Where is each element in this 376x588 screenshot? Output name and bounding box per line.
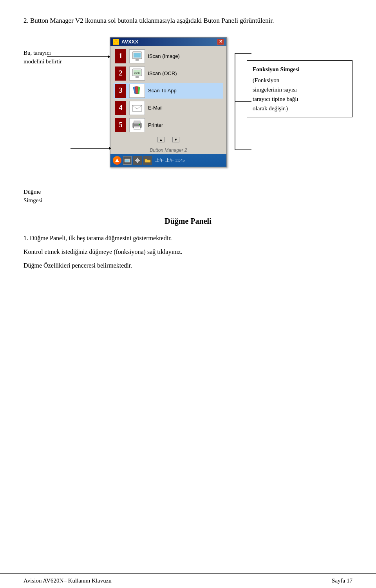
bm-title-text: AVXXX (121, 39, 138, 45)
body-para-2: Kontrol etmek istediğiniz düğmeye (fonks… (24, 246, 352, 257)
footer-left: Avision AV620N– Kullanım Klavuzu (24, 577, 112, 584)
scroll-down-icon[interactable]: ▼ (172, 137, 179, 142)
left-col: Bu, tarayıcı modelini belirtir Düğme Sim… (24, 37, 110, 205)
taskbar-gear-icon (133, 156, 142, 165)
footer-right: Sayfa 17 (332, 577, 352, 584)
bm-panel: AVXXX ✕ 1 (110, 37, 227, 167)
svg-marker-2 (114, 40, 118, 44)
svg-rect-9 (136, 76, 139, 78)
svg-rect-4 (134, 53, 141, 58)
right-annotation-col: Fonksiyon Simgesi (Fonksiyon simgelerini… (235, 37, 352, 117)
bm-button-row-5: 5 Printer (114, 117, 223, 133)
svg-marker-33 (109, 147, 111, 150)
svg-rect-27 (139, 160, 140, 161)
bm-button-row-2: 2 OCR iScan (OCR) (114, 66, 223, 81)
page-footer: Avision AV620N– Kullanım Klavuzu Sayfa 1… (0, 573, 376, 588)
bm-titlebar: AVXXX ✕ (110, 38, 226, 46)
bracket-right-icon (234, 53, 252, 150)
bm-label-1: iScan (Image) (148, 53, 222, 59)
section-heading: 2. Button Manager V2 ikonuna sol butonla… (24, 16, 352, 26)
taskbar-start-icon[interactable] (113, 156, 121, 165)
svg-rect-25 (137, 162, 138, 163)
svg-point-18 (139, 124, 140, 125)
svg-rect-24 (137, 158, 138, 159)
dugme-paneli-title: Düğme Paneli (24, 217, 352, 226)
bm-footer: Button Manager 2 (110, 144, 226, 154)
bm-icon-3 (129, 84, 145, 98)
bm-icon-1 (129, 49, 145, 63)
svg-rect-15 (134, 121, 140, 124)
svg-rect-21 (125, 160, 129, 162)
bm-label-2: iScan (OCR) (148, 70, 222, 76)
bm-label-3: Scan To App (148, 88, 222, 94)
taskbar-folder-icon (143, 156, 152, 165)
bm-icon-5 (129, 118, 145, 132)
bm-close-button[interactable]: ✕ (217, 39, 224, 45)
bm-num-4: 4 (115, 101, 126, 115)
svg-point-23 (137, 160, 138, 160)
svg-rect-12 (135, 86, 138, 93)
dugme-simgesi-label: Düğme Simgesi (24, 187, 42, 205)
svg-rect-17 (135, 128, 139, 128)
bottom-section: Düğme Paneli 1. Düğme Paneli, ilk beş ta… (24, 217, 352, 271)
bm-button-row-4: 4 E-Mail (114, 100, 223, 116)
bm-taskbar-icons: 上午 上午 11:45 (113, 156, 224, 165)
bm-num-2: 2 (115, 67, 126, 81)
fonksiyon-box: Fonksiyon Simgesi (Fonksiyon simgelerini… (247, 60, 352, 117)
bm-titlebar-left: AVXXX (113, 39, 138, 45)
scroll-up-icon[interactable]: ▲ (157, 137, 164, 142)
body-para-3: Düğme Özellikleri penceresi belirmektedi… (24, 260, 352, 271)
tarayici-arrow-icon (47, 54, 110, 59)
bm-title-icon (113, 39, 119, 45)
bm-icon-2: OCR (129, 67, 145, 81)
bm-button-row-3: 3 Scan To App (114, 83, 223, 99)
body-para-1: 1. Düğme Paneli, ilk beş tarama düğmesin… (24, 233, 352, 243)
main-layout: Bu, tarayıcı modelini belirtir Düğme Sim… (24, 37, 352, 205)
dugme-simgesi-arrow-icon (70, 146, 111, 151)
bm-num-3: 3 (115, 84, 126, 98)
bm-panel-col: AVXXX ✕ 1 (110, 37, 235, 167)
bm-button-row-1: 1 iScan (Image) (114, 49, 223, 64)
svg-text:OCR: OCR (134, 72, 140, 75)
bm-num-5: 5 (115, 118, 126, 132)
bm-num-1: 1 (115, 49, 126, 63)
bm-label-5: Printer (148, 122, 222, 128)
scroll-arrows: ▲ ▼ (110, 135, 226, 144)
bm-footer-label: Button Manager 2 (150, 147, 187, 153)
fonksiyon-title: Fonksiyon Simgesi (253, 65, 347, 74)
svg-rect-26 (135, 160, 136, 161)
taskbar-clock: 上午 11:45 (165, 157, 184, 163)
bm-icon-4 (129, 101, 145, 115)
svg-marker-19 (115, 158, 119, 162)
taskbar-scanner-icon (123, 156, 132, 165)
taskbar-lang-text: 上午 (155, 157, 164, 163)
fonksiyon-desc: (Fonksiyon simgelerinin sayısı tarayıcı … (253, 76, 347, 113)
bm-label-4: E-Mail (148, 105, 222, 111)
bm-buttons-list: 1 iScan (Image) 2 (110, 46, 226, 135)
svg-rect-5 (136, 59, 139, 61)
bm-taskbar: 上午 上午 11:45 (110, 154, 226, 167)
